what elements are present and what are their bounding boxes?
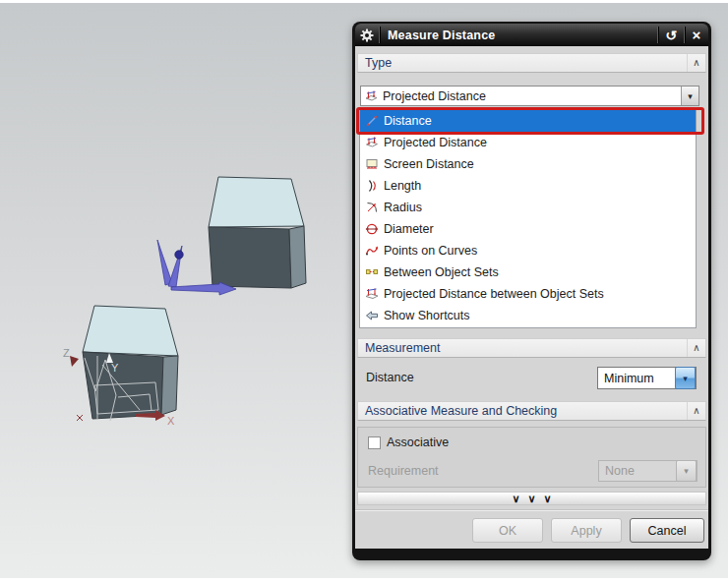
associative-panel: Associative Requirement None ▾ — [357, 427, 706, 488]
cancel-button[interactable]: Cancel — [630, 518, 704, 543]
dialog-title: Measure Distance — [380, 29, 657, 42]
dialog-titlebar[interactable]: Measure Distance ↺ × — [355, 24, 708, 46]
dialog-footer: OK Apply Cancel — [355, 509, 708, 550]
dialog-content: Type ∧ Projected Distance ▾ — [355, 46, 708, 549]
apply-button[interactable]: Apply — [551, 518, 622, 543]
upper-cube-front-face[interactable] — [209, 227, 291, 288]
type-dropdown-list: Distance Projected Distance — [359, 109, 697, 328]
reset-icon[interactable]: ↺ — [658, 24, 684, 46]
section-type-label: Type — [358, 56, 687, 70]
distance-icon — [364, 114, 379, 128]
lower-cube-right-face[interactable] — [161, 356, 178, 415]
y-axis-label: Y — [111, 362, 119, 374]
lower-cube-top-face[interactable] — [83, 306, 178, 356]
dropdown-item-length[interactable]: Length — [360, 175, 696, 197]
section-measurement-label: Measurement — [358, 341, 687, 355]
show-shortcuts-icon — [364, 309, 379, 322]
dropdown-item-projected-distance-between-object-sets[interactable]: Projected Distance between Object Sets — [360, 283, 696, 305]
dropdown-item-label: Between Object Sets — [384, 265, 499, 279]
screen-distance-icon — [364, 157, 379, 171]
dropdown-item-label: Show Shortcuts — [384, 309, 470, 322]
collapse-arrow-icon[interactable]: ∧ — [687, 402, 705, 420]
z-axis-arrow — [70, 356, 79, 367]
dialog-menu-gear-icon[interactable] — [355, 24, 379, 46]
dropdown-item-label: Length — [384, 179, 421, 193]
dropdown-item-projected-distance[interactable]: Projected Distance — [360, 132, 696, 153]
points-on-curves-icon — [364, 244, 379, 258]
dropdown-item-label: Diameter — [384, 222, 434, 236]
requirement-label: Requirement — [368, 464, 439, 478]
dropdown-item-label: Radius — [384, 201, 422, 214]
z-axis-label: Z — [63, 347, 70, 359]
chevron-down-icon: ∨ — [527, 494, 535, 503]
combo-arrow-icon[interactable]: ▾ — [675, 367, 696, 389]
dropdown-item-show-shortcuts[interactable]: Show Shortcuts — [360, 305, 696, 326]
associative-checkbox-label: Associative — [387, 436, 449, 449]
lower-cube[interactable]: Y Z X — [63, 306, 178, 427]
upper-cube-right-face[interactable] — [289, 226, 306, 288]
collapse-arrow-icon[interactable]: ∧ — [687, 339, 705, 357]
vector-handle-up-left[interactable] — [157, 240, 172, 285]
associative-checkbox[interactable] — [368, 436, 381, 449]
button-row: OK Apply Cancel — [472, 518, 704, 543]
dropdown-item-distance[interactable]: Distance — [360, 110, 696, 132]
type-combo-value: Projected Distance — [379, 89, 681, 103]
collapse-arrow-icon[interactable]: ∧ — [687, 54, 705, 72]
screenshot-root: Y Z X — [0, 0, 728, 581]
section-measurement-header[interactable]: Measurement ∧ — [357, 338, 706, 358]
dropdown-item-label: Points on Curves — [384, 244, 477, 258]
dropdown-item-label: Screen Distance — [384, 157, 474, 171]
upper-cube[interactable] — [209, 177, 306, 288]
dialog-collapse-chevrons[interactable]: ∨ ∨ ∨ — [357, 492, 706, 505]
ok-button[interactable]: OK — [472, 518, 543, 543]
diameter-icon — [364, 222, 379, 236]
chevron-down-icon: ∨ — [512, 494, 519, 503]
dropdown-item-diameter[interactable]: Diameter — [360, 218, 696, 240]
distance-combo[interactable]: Minimum ▾ — [597, 367, 697, 389]
close-icon[interactable]: × — [685, 24, 708, 46]
dropdown-item-between-object-sets[interactable]: Between Object Sets — [360, 261, 696, 283]
length-icon — [364, 179, 379, 193]
dropdown-item-screen-distance[interactable]: Screen Distance — [360, 153, 696, 175]
type-combo[interactable]: Projected Distance ▾ — [360, 86, 699, 106]
gear-icon — [360, 29, 374, 42]
dropdown-item-label: Distance — [384, 114, 432, 128]
dropdown-item-points-on-curves[interactable]: Points on Curves — [360, 240, 696, 261]
vector-handle-ball[interactable] — [175, 251, 183, 259]
between-object-sets-icon — [364, 265, 379, 279]
x-axis-label: X — [167, 415, 175, 427]
radius-icon — [364, 201, 379, 214]
projected-distance-between-object-sets-icon — [364, 287, 379, 301]
section-type-header[interactable]: Type ∧ — [357, 53, 706, 73]
dropdown-item-label: Projected Distance between Object Sets — [384, 287, 604, 301]
associative-checkbox-row[interactable]: Associative — [368, 436, 449, 449]
section-associative-header[interactable]: Associative Measure and Checking ∧ — [357, 401, 706, 421]
chevron-down-icon: ∨ — [544, 494, 552, 503]
dropdown-item-label: Projected Distance — [384, 136, 487, 149]
combo-arrow-icon[interactable]: ▾ — [681, 87, 698, 105]
measure-distance-dialog: Measure Distance ↺ × Type ∧ — [352, 22, 711, 560]
requirement-combo-value: None — [599, 464, 676, 478]
projected-distance-icon — [364, 136, 379, 149]
distance-label: Distance — [366, 371, 414, 384]
distance-combo-value: Minimum — [598, 372, 675, 385]
section-associative-label: Associative Measure and Checking — [358, 404, 687, 418]
wcs-origin-cross — [77, 415, 83, 421]
projected-distance-icon — [364, 89, 379, 103]
combo-arrow-icon: ▾ — [676, 460, 697, 482]
upper-cube-top-face[interactable] — [209, 177, 304, 227]
requirement-combo: None ▾ — [598, 460, 698, 482]
dropdown-item-radius[interactable]: Radius — [360, 197, 696, 218]
